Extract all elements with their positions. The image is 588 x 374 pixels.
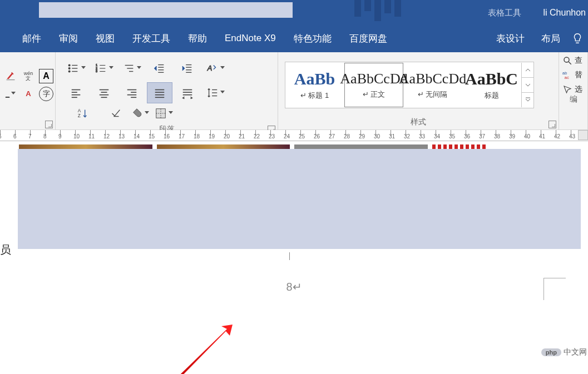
numbering-button[interactable]: 123 [91,58,117,79]
style-gallery: AaBb ↵ 标题 1 AaBbCcDd ↵ 正文 AaBbCcDd ↵ 无间隔… [285,62,534,108]
align-justify-button[interactable] [147,82,172,103]
ruler-tick: 14 [135,130,150,141]
ruler-tick: 33 [421,130,436,141]
title-bar: 表格工具 li Chunhon [0,0,588,24]
styles-group-label: 样式 [278,117,559,129]
page-corner-mark [543,278,566,300]
tab-table-design[interactable]: 表设计 [491,28,530,49]
tab-view[interactable]: 视图 [90,28,120,49]
editing-group: 查 abac 替 选 编 [559,52,588,129]
ruler-tick: 29 [360,130,375,141]
font-group: wén文 A _ A 字 [0,52,56,129]
ruler-tick: 41 [541,130,556,141]
watermark-text: 中文网 [564,347,587,357]
style-nospacing[interactable]: AaBbCcDd ↵ 无间隔 [403,63,462,107]
ruler-tick: 38 [496,130,511,141]
font-group-label [0,117,55,129]
tab-mail[interactable]: 邮件 [17,28,47,49]
ruler-tick: 34 [436,130,451,141]
svg-point-52 [564,57,569,62]
contextual-tools-label: 表格工具 [488,8,521,18]
styles-dialog-launcher[interactable] [549,121,556,128]
clear-formatting-button[interactable] [3,69,18,83]
tab-layout[interactable]: 布局 [536,28,566,49]
svg-text:Z: Z [78,113,81,118]
sort-button[interactable]: AZ [63,106,102,121]
tab-endnote[interactable]: EndNote X9 [219,28,281,48]
increase-indent-button[interactable] [175,58,200,79]
font-color-button[interactable]: A [21,87,36,101]
tab-baidu[interactable]: 百度网盘 [344,28,393,49]
distributed-button[interactable] [175,82,200,103]
style-heading1[interactable]: AaBb ↵ 标题 1 [285,63,344,107]
find-button[interactable]: 查 [562,56,587,66]
style-preview: AaBbC [465,69,518,88]
ruler-tick: 21 [240,130,255,141]
svg-text:3: 3 [95,69,97,73]
tab-help[interactable]: 帮助 [182,28,213,49]
style-scroll-down[interactable] [522,78,533,93]
replace-button[interactable]: abac 替 [562,70,587,80]
style-preview: AaBb [294,69,335,88]
ruler-tick: 36 [466,130,481,141]
ruler-tick: 42 [556,130,571,141]
character-border-button[interactable]: A [39,69,53,83]
tab-special[interactable]: 特色功能 [288,28,337,49]
tab-developer[interactable]: 开发工具 [127,28,176,49]
ruler-tick: 5 [0,130,15,141]
svg-point-4 [68,71,70,72]
style-expand[interactable] [522,93,533,107]
document-area[interactable]: 员 8↵ [0,141,588,374]
selection-overlay [18,149,581,249]
tell-me-icon[interactable] [571,32,584,44]
horizontal-ruler[interactable]: 5678910111213141516171819202122232425262… [0,130,588,141]
svg-point-0 [68,64,70,66]
ruler-tick: 24 [285,130,300,141]
style-name: ↵ 标题 1 [300,91,329,101]
ruler-tick: 25 [300,130,315,141]
line-spacing-button[interactable] [202,82,228,103]
ruler-tick: 6 [15,130,30,141]
editing-group-label: 编 [559,94,587,107]
phonetic-guide-button[interactable]: wén文 [21,69,36,83]
svg-text:A: A [206,64,212,72]
align-center-button[interactable] [91,82,117,103]
multilevel-list-button[interactable] [119,58,145,79]
font-dialog-launcher[interactable] [45,121,53,128]
style-name: ↵ 正文 [363,89,386,99]
bullets-button[interactable] [63,58,89,79]
ruler-tick: 8 [45,130,60,141]
tab-review[interactable]: 审阅 [53,28,83,49]
ruler-tick: 18 [195,130,210,141]
watermark: php 中文网 [541,347,587,357]
ruler-tick: 31 [391,130,406,141]
ribbon: wén文 A _ A 字 123 A [0,52,588,130]
title-decoration [354,0,477,24]
ruler-tick: 22 [255,130,270,141]
style-scroll-up[interactable] [522,63,533,78]
decrease-indent-button[interactable] [147,58,172,79]
svg-line-53 [569,62,571,64]
align-right-button[interactable] [119,82,145,103]
cutoff-text: 员 [0,242,11,257]
underline-partial-button[interactable]: _ [3,87,18,101]
style-title[interactable]: AaBbC 标题 [462,63,521,107]
align-left-button[interactable] [63,82,89,103]
title-document-name-area [39,2,293,18]
ruler-tick: 13 [120,130,135,141]
ruler-tick: 23 [270,130,285,141]
styles-group: AaBb ↵ 标题 1 AaBbCcDd ↵ 正文 AaBbCcDd ↵ 无间隔… [278,52,559,129]
enclose-characters-button[interactable]: 字 [39,87,53,101]
asian-layout-button[interactable]: A [202,58,228,79]
style-normal[interactable]: AaBbCcDd ↵ 正文 [344,63,403,107]
user-name[interactable]: li Chunhon [543,8,586,18]
style-gallery-scroll [521,63,533,107]
show-hide-marks-button[interactable] [105,106,127,121]
style-name: ↵ 无间隔 [418,89,448,99]
borders-button[interactable] [153,106,175,121]
svg-point-2 [68,68,70,69]
style-preview: AaBbCcDd [340,71,407,87]
shading-button[interactable] [129,106,151,121]
select-button[interactable]: 选 [562,84,587,94]
ruler-tick: 7 [30,130,45,141]
